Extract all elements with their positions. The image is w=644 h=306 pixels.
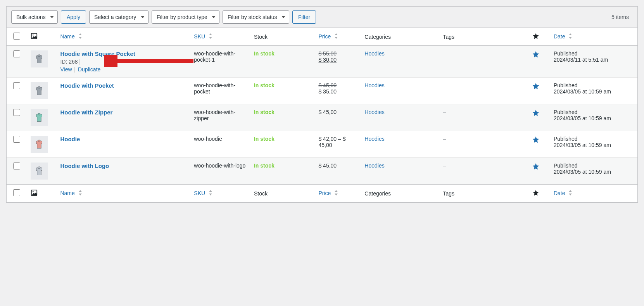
sort-icon — [208, 33, 213, 40]
table-row: Hoodie with Pocketwoo-hoodie-with-pocket… — [7, 78, 637, 104]
tags-cell: – — [443, 50, 446, 57]
category-link[interactable]: Hoodies — [364, 163, 384, 169]
sku-cell: woo-hoodie — [190, 131, 250, 158]
row-checkbox[interactable] — [13, 163, 20, 169]
price-cell: $ 45,00$ 35,00 — [314, 78, 361, 104]
featured-star-icon[interactable] — [532, 112, 540, 118]
date-cell: Published2024/03/05 at 10:59 am — [550, 104, 637, 131]
table-footer-row: Name SKU Stock Price Categories Tags — [7, 185, 637, 202]
table-row: Hoodie with Square PocketID: 268 | View … — [7, 46, 637, 78]
category-link[interactable]: Hoodies — [364, 50, 384, 57]
row-checkbox[interactable] — [13, 50, 20, 57]
column-stock-footer: Stock — [250, 185, 315, 202]
date-cell: Published2024/03/05 at 10:59 am — [550, 78, 637, 104]
category-select[interactable]: Select a category — [89, 10, 148, 24]
row-actions: View | Duplicate — [60, 66, 186, 73]
stock-status-select[interactable]: Filter by stock status — [223, 10, 289, 24]
row-checkbox[interactable] — [13, 136, 20, 143]
items-count: 5 items — [611, 14, 633, 20]
column-featured — [522, 28, 550, 46]
select-all-checkbox[interactable] — [13, 33, 20, 40]
sku-cell: woo-hoodie-with-pocket — [190, 78, 250, 104]
column-name[interactable]: Name — [56, 28, 190, 46]
sku-cell: woo-hoodie-with-logo — [190, 158, 250, 185]
product-thumbnail[interactable] — [31, 163, 48, 180]
product-name-link[interactable]: Hoodie with Square Pocket — [60, 50, 135, 57]
star-icon — [532, 35, 539, 41]
price-cell: $ 45,00 — [314, 104, 361, 131]
table-row: Hoodie with Logowoo-hoodie-with-logoIn s… — [7, 158, 637, 185]
product-thumbnail[interactable] — [31, 136, 48, 153]
row-checkbox[interactable] — [13, 109, 20, 116]
column-categories: Categories — [361, 28, 439, 46]
column-stock: Stock — [250, 28, 315, 46]
view-link[interactable]: View — [60, 66, 72, 73]
sort-icon — [78, 33, 83, 40]
category-link[interactable]: Hoodies — [364, 136, 384, 142]
sku-cell: woo-hoodie-with-pocket-1 — [190, 46, 250, 78]
table-row: Hoodiewoo-hoodieIn stock$ 42,00 – $ 45,0… — [7, 131, 637, 158]
tags-cell: – — [443, 82, 446, 88]
sort-icon — [208, 190, 213, 197]
column-date-footer[interactable]: Date — [550, 185, 637, 202]
svg-point-3 — [33, 191, 34, 192]
stock-status: In stock — [254, 82, 275, 88]
product-type-select[interactable]: Filter by product type — [152, 10, 219, 24]
price-cell: $ 55,00$ 30,00 — [314, 46, 361, 78]
duplicate-link[interactable]: Duplicate — [78, 66, 100, 73]
featured-star-icon[interactable] — [532, 138, 540, 145]
sort-icon — [78, 190, 83, 197]
category-link[interactable]: Hoodies — [364, 109, 384, 115]
bulk-actions-select[interactable]: Bulk actions — [11, 10, 58, 24]
column-sku-footer[interactable]: SKU — [190, 185, 250, 202]
product-name-link[interactable]: Hoodie with Pocket — [60, 82, 114, 89]
tags-cell: – — [443, 109, 446, 115]
select-all-checkbox-footer[interactable] — [13, 189, 20, 196]
stock-status: In stock — [254, 50, 275, 57]
date-cell: Published2024/03/05 at 10:59 am — [550, 131, 637, 158]
column-price-footer[interactable]: Price — [314, 185, 361, 202]
product-name-link[interactable]: Hoodie with Zipper — [60, 109, 112, 116]
featured-star-icon[interactable] — [532, 85, 540, 91]
star-icon — [532, 191, 539, 197]
product-name-link[interactable]: Hoodie — [60, 136, 80, 142]
table-row: Hoodie with Zipperwoo-hoodie-with-zipper… — [7, 104, 637, 131]
sku-cell: woo-hoodie-with-zipper — [190, 104, 250, 131]
product-thumbnail[interactable] — [31, 82, 48, 99]
apply-button[interactable]: Apply — [61, 10, 86, 24]
stock-status: In stock — [254, 163, 275, 169]
sort-icon — [334, 190, 338, 197]
column-tags-footer: Tags — [439, 185, 522, 202]
sort-icon — [568, 190, 573, 197]
image-icon — [31, 35, 38, 41]
category-link[interactable]: Hoodies — [364, 82, 384, 88]
featured-star-icon[interactable] — [532, 165, 540, 171]
image-icon — [31, 191, 38, 197]
column-categories-footer: Categories — [361, 185, 439, 202]
price-cell: $ 45,00 — [314, 158, 361, 185]
stock-status: In stock — [254, 109, 275, 115]
filter-button[interactable]: Filter — [292, 10, 316, 24]
products-table: Name SKU Stock Price Categories Tags — [7, 28, 637, 202]
row-checkbox[interactable] — [13, 82, 20, 89]
price-cell: $ 42,00 – $ 45,00 — [314, 131, 361, 158]
toolbar: Bulk actions Apply Select a category Fil… — [7, 7, 637, 28]
column-date[interactable]: Date — [550, 28, 637, 46]
stock-status: In stock — [254, 136, 275, 142]
column-sku[interactable]: SKU — [190, 28, 250, 46]
sort-icon — [568, 33, 573, 40]
product-thumbnail[interactable] — [31, 109, 48, 126]
column-price[interactable]: Price — [314, 28, 361, 46]
column-tags: Tags — [439, 28, 522, 46]
product-thumbnail[interactable] — [31, 50, 48, 67]
tags-cell: – — [443, 163, 446, 169]
table-header-row: Name SKU Stock Price Categories Tags — [7, 28, 637, 46]
date-cell: Published2024/03/11 at 5:51 am — [550, 46, 637, 78]
featured-star-icon[interactable] — [532, 53, 540, 59]
date-cell: Published2024/03/05 at 10:59 am — [550, 158, 637, 185]
column-name-footer[interactable]: Name — [56, 185, 190, 202]
column-featured-footer — [522, 185, 550, 202]
product-name-link[interactable]: Hoodie with Logo — [60, 163, 109, 169]
tags-cell: – — [443, 136, 446, 142]
product-id: ID: 268 | — [60, 59, 186, 65]
